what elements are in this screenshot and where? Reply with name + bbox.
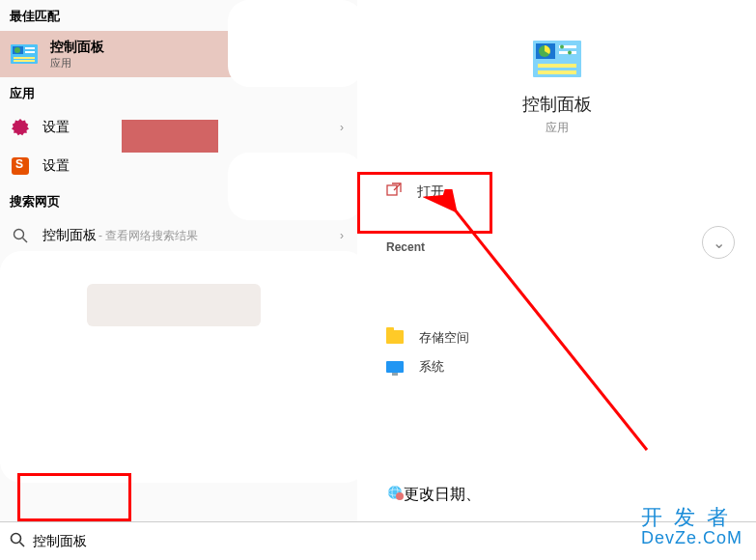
web-search-item[interactable]: 控制面板 - 查看网络搜索结果 › bbox=[0, 216, 357, 255]
svg-point-15 bbox=[568, 51, 572, 55]
decoration bbox=[228, 153, 363, 220]
control-panel-icon bbox=[8, 38, 41, 70]
search-icon bbox=[10, 225, 31, 246]
chevron-down-icon: ⌄ bbox=[713, 234, 725, 252]
watermark bbox=[122, 120, 218, 153]
svg-point-14 bbox=[560, 45, 564, 49]
app-label: 设置 bbox=[42, 157, 70, 175]
chevron-right-icon: › bbox=[340, 121, 344, 134]
decoration bbox=[228, 0, 363, 87]
brand-cn: 开发者 bbox=[641, 506, 742, 529]
gear-icon bbox=[10, 117, 31, 138]
detail-title: 控制面板 bbox=[357, 93, 756, 116]
svg-rect-16 bbox=[538, 64, 576, 68]
recent-item-system[interactable]: 系统 bbox=[357, 352, 756, 381]
svg-point-22 bbox=[396, 492, 404, 500]
chevron-right-icon: › bbox=[340, 229, 344, 242]
recent-label: 存储空间 bbox=[419, 329, 469, 347]
brand-en: DevZe.CoM bbox=[641, 529, 742, 548]
globe-icon bbox=[386, 484, 404, 505]
search-input[interactable] bbox=[33, 534, 322, 549]
best-match-sub: 应用 bbox=[50, 56, 104, 70]
search-icon bbox=[10, 532, 25, 551]
decoration bbox=[87, 284, 261, 326]
open-icon bbox=[386, 182, 402, 202]
recent-label: 系统 bbox=[419, 358, 444, 376]
web-label: 控制面板 bbox=[42, 227, 97, 244]
monitor-icon bbox=[386, 359, 406, 375]
expand-button[interactable]: ⌄ bbox=[702, 226, 735, 259]
svg-rect-6 bbox=[14, 60, 35, 62]
decoration bbox=[386, 261, 608, 326]
svg-line-8 bbox=[23, 238, 28, 243]
recent-item-storage[interactable]: 存储空间 bbox=[357, 323, 756, 352]
app-label: 设置 bbox=[42, 119, 70, 136]
open-action[interactable]: 打开 bbox=[386, 175, 756, 210]
sogou-icon bbox=[10, 155, 31, 177]
web-hint: - 查看网络搜索结果 bbox=[98, 228, 198, 244]
svg-rect-3 bbox=[25, 47, 35, 49]
recent-header: Recent bbox=[386, 240, 756, 254]
svg-rect-17 bbox=[538, 70, 576, 74]
best-match-title: 控制面板 bbox=[50, 39, 104, 56]
svg-rect-18 bbox=[387, 185, 397, 195]
detail-sub: 应用 bbox=[357, 120, 756, 136]
watermark-brand: 开发者 DevZe.CoM bbox=[641, 506, 742, 548]
svg-point-2 bbox=[14, 47, 20, 53]
folder-icon bbox=[386, 330, 406, 346]
open-label: 打开 bbox=[417, 183, 444, 201]
recent-label: 更改日期、 bbox=[404, 485, 481, 505]
search-results-panel: 最佳匹配 控制面板 应用 应用 设置 › 设置 › 搜索网页 bbox=[0, 0, 357, 521]
svg-point-7 bbox=[14, 230, 24, 239]
svg-line-24 bbox=[20, 542, 25, 546]
svg-point-23 bbox=[12, 533, 21, 543]
control-panel-large-icon bbox=[533, 39, 581, 79]
svg-rect-5 bbox=[14, 57, 35, 59]
svg-rect-4 bbox=[25, 51, 35, 53]
